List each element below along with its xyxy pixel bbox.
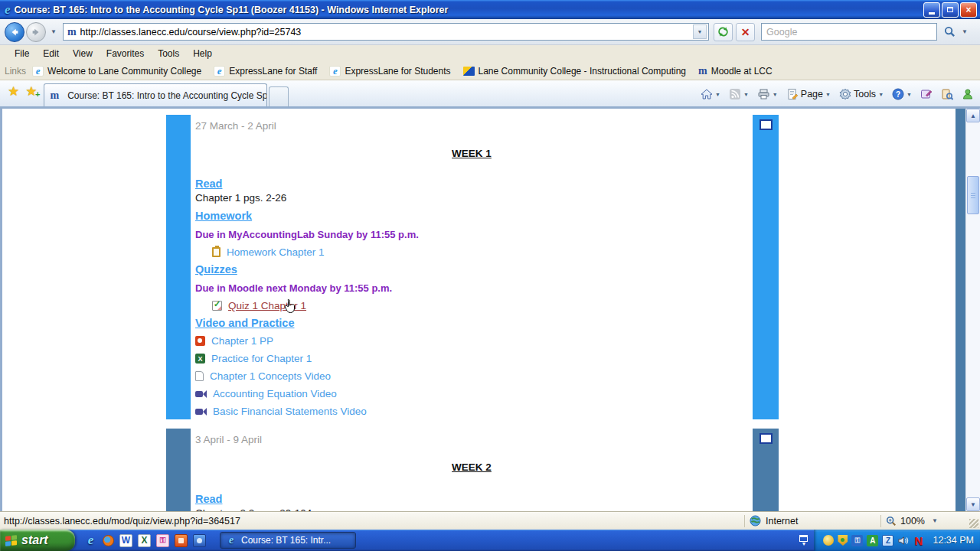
menu-tools[interactable]: Tools xyxy=(151,46,186,61)
svg-text:?: ? xyxy=(896,90,900,99)
homework-chapter-1-link[interactable]: Homework Chapter 1 xyxy=(195,246,748,258)
mouse-cursor-hand xyxy=(284,298,297,315)
link-moodle-lcc[interactable]: m Moodle at LCC xyxy=(698,65,773,77)
refresh-icon xyxy=(717,26,729,37)
help-button[interactable]: ? ▼ xyxy=(889,86,915,103)
add-favorite-icon[interactable]: ★ xyxy=(25,83,37,99)
ie-favicon: e xyxy=(329,66,341,77)
security-zone[interactable]: Internet xyxy=(750,515,876,527)
firefox-icon[interactable] xyxy=(103,535,114,546)
chapter-1-concepts-video-link[interactable]: Chapter 1 Concepts Video xyxy=(195,370,748,382)
home-button[interactable]: ▼ xyxy=(697,86,724,103)
ie-quicklaunch-icon[interactable]: e xyxy=(84,534,97,547)
photo-app-icon[interactable] xyxy=(175,534,188,547)
tray-z-app-icon[interactable]: Z xyxy=(882,535,893,546)
tools-menu-button[interactable]: Tools ▼ xyxy=(836,86,887,103)
task-button-course[interactable]: e Course: BT 165: Intr... xyxy=(220,532,356,549)
window-titlebar: e Course: BT 165: Intro to the Accountin… xyxy=(0,0,980,19)
link-expresslane-students[interactable]: e ExpressLane for Students xyxy=(329,66,450,77)
moodle-favicon: m xyxy=(698,65,707,77)
messenger-button[interactable] xyxy=(959,86,977,103)
search-box[interactable] xyxy=(761,23,937,41)
tab-course[interactable]: m Course: BT 165: Intro to the Accountin… xyxy=(44,83,267,106)
tray-security-shield-icon[interactable] xyxy=(838,535,848,546)
page-icon xyxy=(786,88,799,100)
scrollbar-thumb[interactable] xyxy=(967,176,979,214)
address-field[interactable]: m ▼ xyxy=(63,23,709,41)
stop-icon: ✕ xyxy=(741,26,750,38)
menu-help[interactable]: Help xyxy=(186,46,219,61)
week-1-section: 27 March - 2 April WEEK 1 Read Chapter 1… xyxy=(166,115,779,419)
scroll-up-button[interactable]: ▲ xyxy=(966,109,980,122)
accounting-equation-video-link[interactable]: Accounting Equation Video xyxy=(195,388,748,399)
forward-button[interactable] xyxy=(26,22,46,42)
globe-icon xyxy=(750,515,761,527)
week-2-title: WEEK 2 xyxy=(195,461,748,473)
lane-college-icon xyxy=(463,67,475,76)
send-feedback-button[interactable] xyxy=(917,86,936,103)
back-arrow-icon xyxy=(9,27,20,37)
media-app-icon[interactable] xyxy=(193,534,206,547)
history-dropdown-icon[interactable]: ▼ xyxy=(51,28,57,35)
zoom-dropdown-icon[interactable]: ▼ xyxy=(932,517,938,524)
tray-messenger-icon[interactable] xyxy=(823,535,834,546)
restore-button[interactable] xyxy=(942,2,959,18)
refresh-button[interactable] xyxy=(714,23,733,41)
tray-volume-icon[interactable] xyxy=(897,535,909,546)
window-title: Course: BT 165: Intro to the Accounting … xyxy=(15,5,922,15)
close-button[interactable]: × xyxy=(960,2,977,18)
link-welcome-lcc[interactable]: e Welcome to Lane Community College xyxy=(32,66,201,77)
address-dropdown-button[interactable]: ▼ xyxy=(693,24,707,39)
document-icon xyxy=(195,371,204,381)
zoom-control[interactable]: 100% ▼ xyxy=(886,516,966,527)
quiz-1-chapter-1-link[interactable]: Quiz 1 Chapter 1 xyxy=(195,300,748,311)
menu-favorites[interactable]: Favorites xyxy=(100,46,151,61)
back-button[interactable] xyxy=(5,22,24,42)
send-icon xyxy=(920,88,933,100)
tray-antivirus-icon[interactable]: A xyxy=(867,535,878,546)
chapter-1-pp-link[interactable]: Chapter 1 PP xyxy=(195,335,748,347)
page-right-edge xyxy=(956,109,965,511)
toolbar-window-icon[interactable]: ▼ xyxy=(799,535,814,546)
read-heading-link[interactable]: Read xyxy=(195,178,748,190)
quizzes-heading-link[interactable]: Quizzes xyxy=(195,263,748,276)
favorites-star-icon[interactable]: ★ xyxy=(8,83,19,99)
key-app-icon[interactable]: ⚿ xyxy=(156,534,169,547)
link-lcc-instructional[interactable]: Lane Community College - Instructional C… xyxy=(463,66,686,77)
video-practice-heading-link[interactable]: Video and Practice xyxy=(195,317,748,329)
excel-icon: X xyxy=(195,354,205,364)
tray-key-icon[interactable]: ⚿ xyxy=(851,535,863,546)
week-2-section: 3 April - 9 April WEEK 2 Read Chapters 2… xyxy=(166,429,779,511)
minimize-button[interactable] xyxy=(923,2,940,18)
basic-financial-statements-video-link[interactable]: Basic Financial Statements Video xyxy=(195,406,748,417)
search-dropdown-icon[interactable]: ▼ xyxy=(962,28,968,35)
start-button[interactable]: start xyxy=(0,530,75,551)
page-content: 27 March - 2 April WEEK 1 Read Chapter 1… xyxy=(0,109,980,511)
search-input[interactable] xyxy=(766,27,932,37)
stop-button[interactable]: ✕ xyxy=(736,23,755,41)
menu-edit[interactable]: Edit xyxy=(36,46,66,61)
vertical-scrollbar[interactable]: ▲ ▼ xyxy=(965,109,980,511)
print-button[interactable]: ▼ xyxy=(754,86,781,103)
menu-view[interactable]: View xyxy=(66,46,100,61)
homework-heading-link[interactable]: Homework xyxy=(195,210,748,222)
week-2-right-bar xyxy=(753,429,779,511)
practice-chapter-1-link[interactable]: X Practice for Chapter 1 xyxy=(195,353,748,364)
read-heading-link[interactable]: Read xyxy=(195,493,748,505)
page-menu-button[interactable]: Page ▼ xyxy=(783,86,834,103)
show-only-week-1-toggle[interactable] xyxy=(760,119,773,130)
research-button[interactable] xyxy=(938,86,956,103)
url-input[interactable] xyxy=(80,27,693,37)
new-tab-button[interactable] xyxy=(269,86,289,106)
search-button[interactable]: ▼ xyxy=(939,23,975,41)
scroll-down-button[interactable]: ▼ xyxy=(966,497,980,511)
link-expresslane-staff[interactable]: e ExpressLane for Staff xyxy=(214,66,317,77)
feeds-button[interactable]: ▼ xyxy=(726,86,752,103)
search-icon xyxy=(944,26,956,37)
menu-file[interactable]: File xyxy=(8,46,36,61)
excel-icon[interactable]: X xyxy=(138,534,151,547)
word-icon[interactable]: W xyxy=(119,534,132,547)
tray-novell-icon[interactable]: N xyxy=(913,535,924,546)
video-camera-icon xyxy=(195,408,207,416)
show-only-week-2-toggle[interactable] xyxy=(760,433,773,444)
